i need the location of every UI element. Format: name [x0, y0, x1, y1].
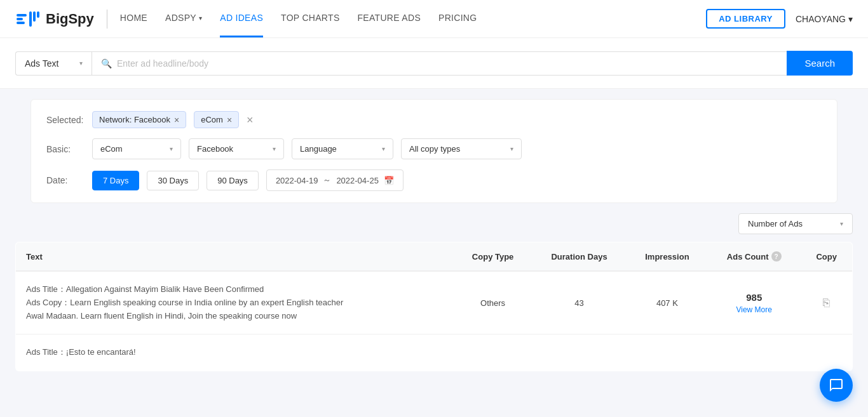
- cell-impression-1: 407 K: [627, 271, 708, 334]
- facebook-dropdown[interactable]: Facebook ▾: [189, 138, 284, 159]
- chat-button[interactable]: [820, 369, 853, 387]
- table-header: Text Copy Type Duration Days Impression …: [16, 242, 853, 272]
- sort-caret: ▾: [840, 220, 843, 227]
- search-row: Ads Text ▾ 🔍 Search: [15, 51, 853, 76]
- copy-types-caret: ▾: [510, 145, 513, 152]
- search-input[interactable]: [117, 52, 778, 75]
- date-7days[interactable]: 7 Days: [92, 171, 139, 190]
- remove-ecom[interactable]: ×: [227, 116, 232, 124]
- selected-filters-row: Selected: Network: Facebook × eCom × ×: [46, 111, 822, 128]
- search-type-caret: ▾: [79, 60, 83, 67]
- cell-impression-2: [627, 334, 708, 371]
- calendar-icon: 📅: [384, 176, 394, 185]
- cell-duration-2: [532, 334, 627, 371]
- date-90days[interactable]: 90 Days: [207, 171, 259, 190]
- selected-label: Selected:: [46, 115, 85, 125]
- ads-count-info-icon: ?: [771, 251, 782, 261]
- navbar: BigSpy HOME ADSPY ▾ AD IDEAS TOP CHARTS …: [0, 0, 868, 38]
- ad-text-content-2: Ads Title：¡Esto te encantará!: [26, 346, 356, 359]
- date-filters-row: Date: 7 Days 30 Days 90 Days 2022-04-19 …: [46, 169, 822, 191]
- filter-tag-ecom: eCom ×: [194, 111, 239, 128]
- col-copy-type: Copy Type: [454, 242, 532, 272]
- search-icon: 🔍: [101, 58, 112, 69]
- table-body: Ads Title：Allegation Against Mayim Biali…: [16, 271, 853, 371]
- user-caret: ▾: [848, 14, 853, 24]
- nav-home[interactable]: HOME: [120, 0, 147, 37]
- col-copy: Copy: [801, 242, 852, 272]
- cell-copy-1[interactable]: ⎘: [801, 271, 852, 334]
- cell-copy-type-2: [454, 334, 532, 371]
- col-impression: Impression: [627, 242, 708, 272]
- search-type-dropdown[interactable]: Ads Text ▾: [15, 51, 92, 76]
- date-30days[interactable]: 30 Days: [147, 171, 199, 190]
- table-section: Number of Ads ▾ Text Copy Type Duration …: [15, 213, 853, 371]
- facebook-caret: ▾: [273, 145, 276, 152]
- nav-feature-ads[interactable]: FEATURE ADS: [358, 0, 421, 37]
- filter-tag-network-facebook: Network: Facebook ×: [92, 111, 186, 128]
- ad-text-content-1: Ads Title：Allegation Against Mayim Biali…: [26, 283, 356, 322]
- table-row: Ads Title：¡Esto te encantará!: [16, 334, 853, 371]
- cell-text-1: Ads Title：Allegation Against Mayim Biali…: [16, 271, 454, 334]
- cell-text-2: Ads Title：¡Esto te encantará!: [16, 334, 454, 371]
- adspy-caret: ▾: [199, 15, 202, 22]
- ecom-caret: ▾: [170, 145, 173, 152]
- basic-filters-row: Basic: eCom ▾ Facebook ▾ Language ▾ All …: [46, 138, 822, 159]
- svg-rect-1: [17, 18, 23, 20]
- cell-duration-1: 43: [532, 271, 627, 334]
- table-toolbar: Number of Ads ▾: [15, 213, 853, 234]
- search-section: Ads Text ▾ 🔍 Search: [0, 38, 868, 89]
- language-caret: ▾: [382, 145, 385, 152]
- search-input-wrap: 🔍: [92, 51, 787, 76]
- cell-copy-2: [801, 334, 852, 371]
- nav-ad-ideas[interactable]: AD IDEAS: [220, 0, 263, 37]
- navbar-user[interactable]: CHAOYANG ▾: [796, 14, 853, 24]
- filter-wrapper: Selected: Network: Facebook × eCom × × B…: [0, 99, 868, 203]
- date-range-picker[interactable]: 2022-04-19 ～ 2022-04-25 📅: [266, 169, 403, 191]
- search-button[interactable]: Search: [787, 51, 853, 76]
- nav-pricing[interactable]: PRICING: [438, 0, 477, 37]
- svg-rect-0: [17, 14, 27, 17]
- logo-text: BigSpy: [46, 11, 94, 27]
- results-table: Text Copy Type Duration Days Impression …: [15, 242, 853, 371]
- col-text: Text: [16, 242, 454, 272]
- navbar-right: AD LIBRARY CHAOYANG ▾: [706, 9, 853, 29]
- copy-icon-1[interactable]: ⎘: [823, 296, 830, 309]
- navbar-divider: [107, 10, 107, 29]
- nav-top-charts[interactable]: TOP CHARTS: [281, 0, 339, 37]
- table-row: Ads Title：Allegation Against Mayim Biali…: [16, 271, 853, 334]
- remove-network-facebook[interactable]: ×: [174, 116, 179, 124]
- cell-ads-count-2: [707, 334, 801, 371]
- cell-ads-count-1: 985 View More: [707, 271, 801, 334]
- svg-rect-2: [17, 22, 25, 24]
- nav-adspy[interactable]: ADSPY ▾: [165, 0, 202, 37]
- col-duration-days: Duration Days: [532, 242, 627, 272]
- view-more-link-1[interactable]: View More: [717, 305, 790, 314]
- clear-all-filters[interactable]: ×: [247, 114, 254, 126]
- ecom-dropdown[interactable]: eCom ▾: [92, 138, 181, 159]
- col-ads-count: Ads Count ?: [707, 242, 801, 272]
- language-dropdown[interactable]: Language ▾: [292, 138, 393, 159]
- cell-copy-type-1: Others: [454, 271, 532, 334]
- basic-label: Basic:: [46, 144, 85, 154]
- svg-rect-4: [33, 11, 36, 22]
- copy-types-dropdown[interactable]: All copy types ▾: [401, 138, 522, 159]
- sort-dropdown[interactable]: Number of Ads ▾: [738, 213, 853, 234]
- svg-rect-5: [37, 11, 39, 18]
- date-label: Date:: [46, 175, 85, 185]
- filter-section: Selected: Network: Facebook × eCom × × B…: [31, 99, 837, 203]
- navbar-links: HOME ADSPY ▾ AD IDEAS TOP CHARTS FEATURE…: [120, 0, 706, 37]
- svg-rect-3: [29, 11, 32, 27]
- ad-library-button[interactable]: AD LIBRARY: [706, 9, 785, 29]
- logo[interactable]: BigSpy: [15, 9, 94, 29]
